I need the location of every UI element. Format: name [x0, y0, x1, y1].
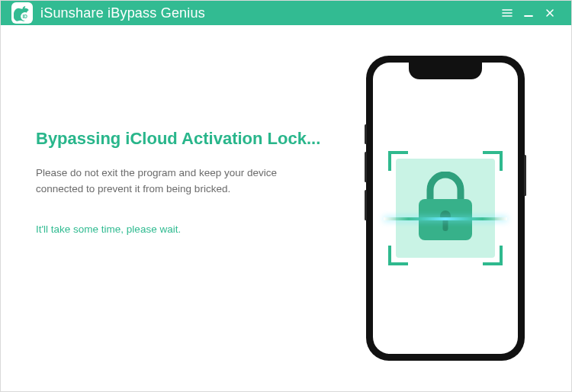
minimize-button[interactable] — [518, 2, 539, 24]
title-bar: ID iSunshare iBypass Genius — [1, 1, 571, 25]
phone-notch — [409, 63, 482, 79]
scan-area — [388, 151, 503, 265]
phone-side-button — [365, 190, 367, 220]
app-logo-icon: ID — [11, 2, 33, 24]
status-headline: Bypassing iCloud Activation Lock... — [36, 129, 335, 149]
lock-icon — [388, 151, 503, 265]
wait-message: It'll take some time, please wait. — [36, 223, 335, 235]
main-content: Bypassing iCloud Activation Lock... Plea… — [1, 25, 571, 391]
app-window: ID iSunshare iBypass Genius Bypassing iC… — [0, 0, 572, 392]
menu-button[interactable] — [496, 2, 518, 24]
app-title: iSunshare iBypass Genius — [40, 5, 205, 21]
message-panel: Bypassing iCloud Activation Lock... Plea… — [36, 56, 350, 361]
phone-side-button — [365, 152, 367, 182]
scan-line — [384, 217, 507, 220]
phone-side-button — [524, 155, 526, 196]
illustration-panel — [350, 56, 541, 361]
phone-screen — [373, 63, 518, 354]
phone-illustration — [366, 56, 525, 361]
svg-text:ID: ID — [22, 14, 27, 19]
instruction-text: Please do not exit the program and keep … — [36, 165, 326, 198]
phone-side-button — [365, 124, 367, 144]
svg-rect-10 — [443, 219, 448, 231]
close-button[interactable] — [539, 2, 561, 24]
